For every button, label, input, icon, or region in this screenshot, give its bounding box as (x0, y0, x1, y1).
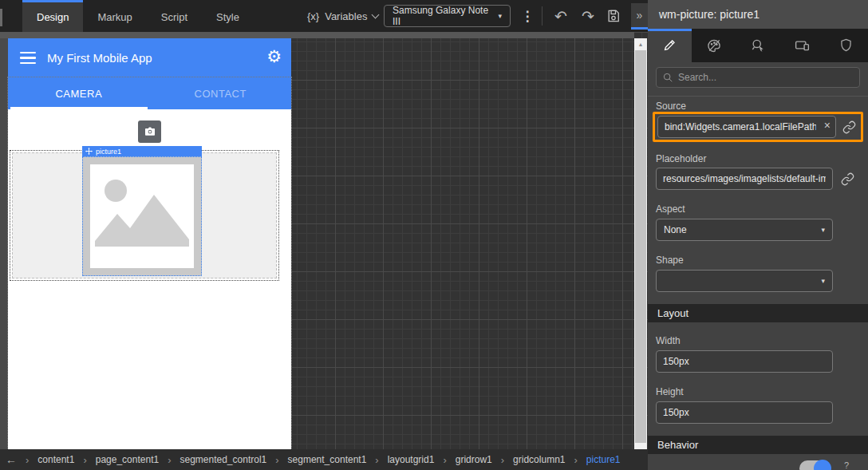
breadcrumb: ← › content1 › page_content1 › segmented… (0, 449, 648, 470)
camera-button[interactable] (138, 120, 161, 143)
help-icon[interactable]: ? (844, 460, 849, 470)
property-search (656, 67, 860, 88)
segment-tabs: CAMERA CONTACT (8, 77, 291, 109)
tab-script[interactable]: Script (147, 0, 202, 32)
shape-label: Shape (656, 255, 684, 266)
breadcrumb-item-layoutgrid1[interactable]: layoutgrid1 (388, 454, 435, 465)
width-label: Width (656, 335, 681, 346)
breadcrumb-item-picture1[interactable]: picture1 (586, 454, 621, 465)
caret-down-icon: ▾ (821, 277, 825, 285)
breadcrumb-item-segment-content1[interactable]: segment_content1 (288, 454, 367, 465)
picture-widget[interactable] (82, 156, 202, 276)
source-highlight-box: × (653, 112, 863, 142)
caret-down-icon: ▾ (498, 12, 502, 20)
tab-styles[interactable] (692, 29, 736, 62)
scrollbar-thumb[interactable] (635, 50, 646, 443)
breadcrumb-separator: › (168, 454, 171, 466)
breadcrumb-separator: › (501, 454, 504, 466)
segment-tab-contact[interactable]: CONTACT (150, 77, 292, 109)
device-selector[interactable]: Samsung Galaxy Note III ▾ (384, 5, 511, 27)
placeholder-bind-link-icon[interactable] (841, 172, 854, 186)
panel-divider (648, 96, 868, 97)
behavior-section-header[interactable]: Behavior (648, 436, 868, 454)
height-label: Height (656, 386, 684, 397)
source-label: Source (656, 101, 686, 112)
breadcrumb-item-segmented-control1[interactable]: segmented_control1 (180, 454, 266, 465)
tab-inspect[interactable] (736, 29, 779, 62)
variables-prefix: {x} (307, 10, 319, 22)
redo-icon[interactable]: ↷ (576, 0, 600, 32)
variables-dropdown[interactable]: {x} Variables (307, 0, 378, 32)
breadcrumb-separator: › (275, 454, 278, 466)
image-placeholder-icon (90, 164, 194, 268)
tab-style[interactable]: Style (202, 0, 254, 32)
palette-icon (706, 38, 722, 57)
breadcrumb-item-gridrow1[interactable]: gridrow1 (456, 454, 492, 465)
behavior-toggle[interactable] (799, 460, 830, 470)
placeholder-label: Placeholder (656, 153, 706, 164)
caret-down-icon: ▾ (821, 226, 825, 234)
pencil-icon (662, 38, 677, 56)
clear-binding-icon[interactable]: × (824, 120, 831, 131)
canvas-left-ruler (0, 32, 8, 449)
breadcrumb-item-page-content1[interactable]: page_content1 (96, 454, 159, 465)
left-panel-handle[interactable] (0, 9, 2, 26)
bind-link-icon[interactable] (842, 120, 856, 134)
tab-design[interactable]: Design (22, 0, 83, 32)
gear-icon[interactable]: ⚙ (266, 48, 282, 65)
toggle-knob (814, 460, 831, 470)
aspect-selected-value: None (664, 224, 687, 235)
shape-select[interactable]: ▾ (656, 270, 833, 292)
mobile-device-preview: My First Mobile App ⚙ CAMERA CONTACT (8, 38, 291, 449)
mobile-app-header: My First Mobile App ⚙ (8, 38, 291, 77)
hamburger-icon[interactable] (20, 52, 36, 65)
layout-section-header[interactable]: Layout (648, 304, 868, 322)
panel-title: wm-picture: picture1 (648, 0, 868, 29)
variables-label: Variables (325, 10, 367, 22)
device-selected-label: Samsung Galaxy Note III (393, 5, 498, 27)
picture-widget-label-text: picture1 (96, 148, 121, 156)
aspect-label: Aspect (656, 203, 685, 215)
back-arrow-icon[interactable]: ← (6, 453, 17, 466)
segment-content: picture1 (8, 109, 291, 449)
properties-panel: wm-picture: picture1 (648, 0, 868, 470)
top-toolbar: Design Markup Script Style {x} Variables… (0, 0, 648, 32)
editor-mode-tabs: Design Markup Script Style (22, 0, 254, 32)
breadcrumb-separator: › (443, 454, 446, 466)
height-input[interactable] (656, 401, 833, 424)
breadcrumb-separator: › (574, 454, 577, 466)
mobile-app-title: My First Mobile App (47, 51, 152, 65)
picture-widget-label[interactable]: picture1 (82, 146, 202, 156)
breadcrumb-separator: › (375, 454, 378, 466)
toolbar-divider (542, 6, 542, 26)
move-icon (85, 148, 93, 155)
segmented-control: CAMERA CONTACT (8, 77, 291, 449)
width-input[interactable] (656, 350, 833, 373)
aspect-select[interactable]: None ▾ (656, 219, 833, 241)
collapse-panel-button[interactable]: » (631, 3, 648, 30)
tab-security[interactable] (824, 29, 868, 62)
devices-icon (794, 37, 811, 57)
tab-properties[interactable] (648, 29, 692, 62)
canvas-top-strip (0, 32, 634, 38)
breadcrumb-item-content1[interactable]: content1 (37, 454, 74, 465)
tab-markup[interactable]: Markup (83, 0, 146, 32)
breadcrumb-separator: › (26, 454, 29, 466)
chevron-down-icon (372, 10, 380, 18)
save-icon[interactable] (602, 0, 625, 32)
breadcrumb-item-gridcolumn1[interactable]: gridcolumn1 (513, 454, 565, 465)
tab-devices[interactable] (780, 29, 824, 62)
source-input[interactable] (657, 116, 836, 138)
shield-icon (838, 38, 854, 56)
search-icon (662, 72, 673, 83)
canvas-vertical-scrollbar[interactable]: ▲ (634, 38, 647, 449)
property-search-input[interactable] (656, 67, 860, 88)
placeholder-input[interactable] (656, 168, 833, 190)
design-canvas[interactable]: My First Mobile App ⚙ CAMERA CONTACT (0, 32, 648, 449)
undo-icon[interactable]: ↶ (549, 0, 573, 32)
segment-tab-camera[interactable]: CAMERA (8, 77, 150, 109)
panel-tabs (648, 29, 868, 62)
inspect-search-icon (750, 38, 766, 57)
scroll-up-arrow-icon[interactable]: ▲ (634, 38, 647, 49)
kebab-menu-icon[interactable]: ⋮ (519, 0, 535, 32)
